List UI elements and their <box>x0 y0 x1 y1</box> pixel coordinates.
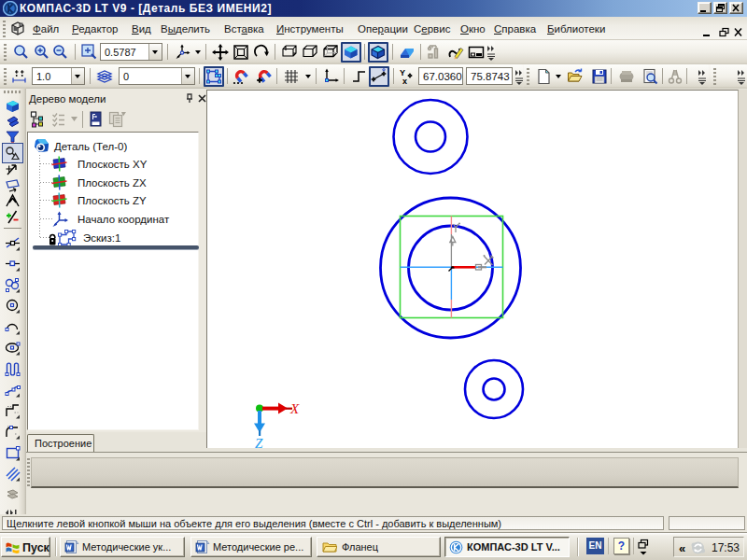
svg-text:Z: Z <box>255 436 263 448</box>
svg-text:X: X <box>289 401 300 416</box>
svg-text:x: x <box>402 77 407 85</box>
